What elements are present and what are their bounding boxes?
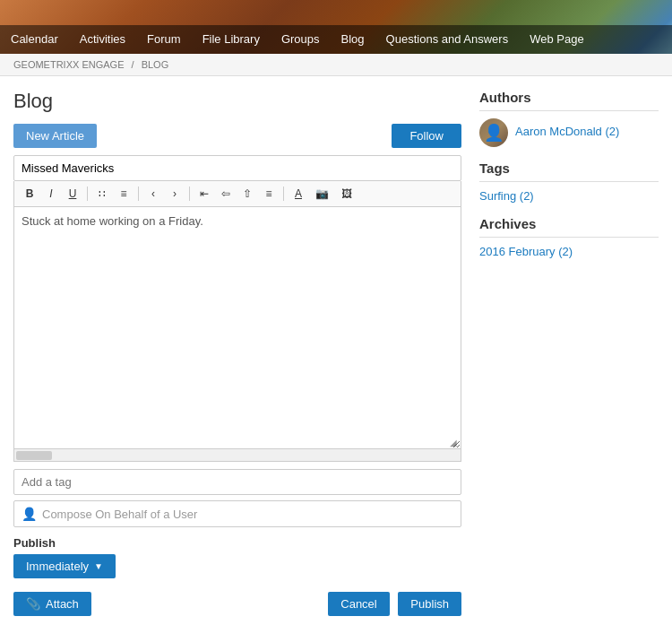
editor-content: Stuck at home working on a Friday. [22, 214, 453, 228]
archive-link[interactable]: 2016 February (2) [479, 245, 659, 258]
page-title: Blog [13, 90, 461, 113]
immediately-label: Immediately [26, 560, 89, 573]
nav-item-webpage[interactable]: Web Page [519, 25, 594, 54]
toolbar-separator-1 [87, 187, 88, 201]
breadcrumb-site: GEOMETRIXX ENGAGE [13, 59, 124, 70]
paperclip-icon: 📎 [26, 597, 40, 611]
underline-button[interactable]: U [63, 185, 82, 203]
compose-behalf-field[interactable]: 👤 Compose On Behalf of a User [13, 500, 461, 527]
main-layout: Blog New Article Follow B I U ∷ ≡ ‹ › ⇤ … [0, 76, 672, 625]
authors-heading: Authors [479, 90, 659, 111]
bottom-actions: 📎 Attach Cancel Publish [13, 592, 461, 616]
scrollbar-area[interactable] [13, 449, 461, 462]
align-justify-button[interactable]: ≡ [259, 185, 279, 203]
toolbar-separator-3 [189, 187, 190, 201]
author-item: Aaron McDonald (2) [479, 118, 659, 147]
toolbar-separator-4 [283, 187, 284, 201]
resize-handle[interactable]: ◢ [450, 438, 459, 447]
dropdown-arrow-icon: ▼ [94, 561, 103, 571]
scrollbar-thumb[interactable] [16, 451, 52, 460]
follow-button[interactable]: Follow [392, 124, 461, 148]
author-link[interactable]: Aaron McDonald (2) [515, 125, 619, 138]
tag-link[interactable]: Surfing (2) [479, 189, 659, 203]
nav-item-groups[interactable]: Groups [271, 25, 331, 54]
outdent-button[interactable]: ‹ [143, 185, 163, 203]
breadcrumb: GEOMETRIXX ENGAGE / BLOG [0, 54, 672, 76]
editor-wrapper: Stuck at home working on a Friday. ◢ [13, 207, 461, 449]
align-right-button[interactable]: ⇧ [237, 185, 257, 203]
bold-button[interactable]: B [20, 185, 39, 203]
nav-item-calendar[interactable]: Calendar [0, 25, 69, 54]
sidebar-archives-section: Archives 2016 February (2) [479, 216, 659, 258]
unordered-list-button[interactable]: ≡ [114, 185, 134, 203]
attach-label: Attach [46, 597, 79, 611]
tag-input[interactable] [13, 469, 461, 495]
insert-image-button[interactable]: 📷 [310, 185, 334, 203]
publish-section: Publish Immediately ▼ [13, 536, 461, 578]
attach-button[interactable]: 📎 Attach [13, 592, 91, 616]
align-left-button[interactable]: ⇤ [194, 185, 214, 203]
new-article-button[interactable]: New Article [13, 124, 97, 148]
tags-heading: Tags [479, 161, 659, 182]
right-actions: Cancel Publish [328, 592, 461, 616]
toolbar-separator-2 [138, 187, 139, 201]
publish-final-button[interactable]: Publish [398, 592, 461, 616]
font-color-button[interactable]: A [289, 185, 308, 203]
avatar [479, 118, 508, 147]
immediately-button[interactable]: Immediately ▼ [13, 554, 116, 578]
content-area: Blog New Article Follow B I U ∷ ≡ ‹ › ⇤ … [13, 90, 461, 616]
compose-behalf-placeholder: Compose On Behalf of a User [42, 508, 197, 521]
ordered-list-button[interactable]: ∷ [92, 185, 112, 203]
nav-item-qa[interactable]: Questions and Answers [375, 25, 520, 54]
sidebar-authors-section: Authors Aaron McDonald (2) [479, 90, 659, 147]
publish-label: Publish [13, 536, 461, 550]
editor-toolbar: B I U ∷ ≡ ‹ › ⇤ ⇦ ⇧ ≡ A 📷 🖼 [13, 181, 461, 207]
cancel-button[interactable]: Cancel [328, 592, 389, 616]
align-center-button[interactable]: ⇦ [216, 185, 236, 203]
indent-button[interactable]: › [165, 185, 185, 203]
nav-item-forum[interactable]: Forum [136, 25, 192, 54]
nav-bar: Calendar Activities Forum File Library G… [0, 25, 672, 54]
nav-item-activities[interactable]: Activities [69, 25, 136, 54]
sidebar: Authors Aaron McDonald (2) Tags Surfing … [479, 90, 659, 616]
insert-media-button[interactable]: 🖼 [336, 185, 358, 203]
nav-item-file-library[interactable]: File Library [192, 25, 271, 54]
editor-area[interactable]: Stuck at home working on a Friday. ◢ [13, 207, 461, 449]
breadcrumb-sep: / [132, 59, 134, 70]
italic-button[interactable]: I [41, 185, 61, 203]
compose-behalf-icon: 👤 [22, 507, 37, 521]
toolbar-row: New Article Follow [13, 124, 461, 148]
sidebar-tags-section: Tags Surfing (2) [479, 161, 659, 203]
archives-heading: Archives [479, 216, 659, 238]
article-title-input[interactable] [13, 155, 461, 181]
breadcrumb-page: BLOG [142, 59, 169, 70]
nav-item-blog[interactable]: Blog [331, 25, 375, 54]
